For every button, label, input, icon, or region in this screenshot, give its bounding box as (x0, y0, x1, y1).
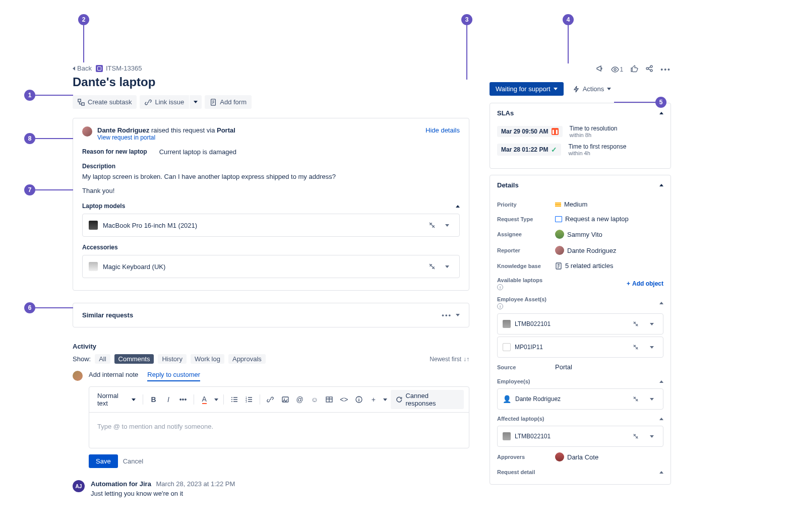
info-button[interactable] (352, 393, 365, 406)
callout-line-8 (35, 138, 73, 139)
affected-laptop-item[interactable]: LTMB022101 (497, 426, 663, 447)
asset-chevron[interactable] (646, 430, 658, 442)
tab-comments[interactable]: Comments (114, 354, 154, 364)
issue-key-link[interactable]: ITSM-13365 (96, 64, 142, 72)
accessory-card[interactable]: Magic Keyboard (UK) (82, 255, 460, 278)
unlink-icon[interactable] (630, 393, 642, 405)
request-detail-heading[interactable]: Request detail (497, 465, 663, 477)
description-thanks: Thank you! (82, 186, 460, 196)
affected-label: Affected laptop(s) (497, 416, 544, 422)
priority-label: Priority (497, 202, 555, 208)
unlink-icon[interactable] (630, 318, 642, 330)
reporter-value[interactable]: Dante Rodriguez (555, 246, 663, 255)
canned-responses-button[interactable]: Canned responses (391, 390, 464, 409)
cancel-button[interactable]: Cancel (123, 457, 143, 465)
plus-button[interactable]: + (367, 393, 380, 406)
available-laptops-label: Available laptops (497, 277, 542, 283)
link-issue-split: Link issue (140, 95, 202, 109)
info-icon[interactable]: i (497, 303, 503, 309)
italic-button[interactable]: I (162, 393, 174, 406)
asset-chevron[interactable] (441, 260, 453, 273)
code-button[interactable]: <> (338, 393, 350, 406)
reason-value: Current laptop is damaged (159, 148, 236, 156)
mention-button[interactable]: @ (293, 393, 306, 406)
svg-text:3: 3 (246, 400, 247, 403)
svg-point-17 (650, 70, 652, 72)
add-form-button[interactable]: Add form (205, 95, 252, 109)
unlink-icon[interactable] (630, 430, 642, 442)
hide-details-link[interactable]: Hide details (425, 126, 460, 134)
details-panel-head[interactable]: Details (490, 175, 671, 195)
approvers-value[interactable]: Darla Cote (555, 452, 663, 461)
request-type-value[interactable]: Request a new laptop (555, 215, 663, 223)
status-dropdown[interactable]: Waiting for support (490, 82, 564, 96)
issue-title[interactable]: Dante's laptop (73, 75, 469, 89)
kb-value[interactable]: 5 related articles (555, 262, 663, 270)
info-icon[interactable]: i (497, 284, 503, 290)
tab-approvals[interactable]: Approvals (228, 354, 266, 364)
back-button[interactable]: Back (73, 64, 92, 72)
unlink-icon[interactable] (426, 260, 438, 273)
chevron-up-icon[interactable] (659, 380, 663, 383)
text-color-button[interactable]: A (198, 393, 211, 406)
plus-chevron[interactable] (382, 393, 389, 406)
link-button[interactable] (264, 393, 277, 406)
color-chevron[interactable] (213, 393, 220, 406)
more-formatting-button[interactable]: ••• (176, 393, 189, 406)
employee-asset-item[interactable]: MP01IP11 (497, 337, 663, 358)
internal-note-tab[interactable]: Add internal note (89, 371, 138, 381)
similar-requests-panel[interactable]: Similar requests ••• (73, 303, 469, 327)
add-object-button[interactable]: + Add object (627, 280, 663, 287)
asset-chevron[interactable] (441, 219, 453, 231)
request-type-label: Request Type (497, 216, 555, 222)
link-issue-chevron[interactable] (190, 95, 202, 109)
reply-customer-tab[interactable]: Reply to customer (147, 371, 200, 381)
watch-button[interactable]: 1 (611, 65, 624, 74)
image-button[interactable] (279, 393, 291, 406)
save-button[interactable]: Save (89, 454, 118, 468)
unlink-icon[interactable] (426, 219, 438, 231)
more-actions-icon[interactable]: ••• (660, 65, 671, 74)
text-style-select[interactable]: Normal text (94, 390, 139, 409)
assignee-value[interactable]: Sammy Vito (555, 230, 663, 239)
actions-dropdown[interactable]: Actions (569, 82, 616, 96)
create-subtask-button[interactable]: Create subtask (73, 95, 137, 109)
unlink-icon[interactable] (630, 341, 642, 353)
tab-all[interactable]: All (95, 354, 110, 364)
chevron-up-icon[interactable] (659, 302, 663, 304)
emoji-button[interactable]: ☺ (308, 393, 321, 406)
numbered-list-button[interactable]: 123 (243, 393, 256, 406)
table-button[interactable] (323, 393, 336, 406)
vote-icon[interactable] (630, 64, 638, 74)
automation-avatar: AJ (73, 480, 85, 492)
link-issue-button[interactable]: Link issue (140, 95, 189, 109)
chevron-up-icon (659, 184, 663, 186)
sort-toggle[interactable]: Newest first ↓↑ (430, 356, 469, 363)
feedback-icon[interactable] (596, 64, 604, 74)
bold-button[interactable]: B (147, 393, 160, 406)
accessory-name: Magic Keyboard (UK) (103, 263, 421, 271)
laptop-models-heading[interactable]: Laptop models (82, 203, 460, 210)
priority-value[interactable]: Medium (555, 201, 663, 208)
sla-title: Time to first response (568, 143, 626, 150)
employee-asset-item[interactable]: LTMB022101 (497, 313, 663, 335)
tab-history[interactable]: History (158, 354, 186, 364)
employee-item[interactable]: 👤 Dante Rodriguez (497, 388, 663, 410)
view-in-portal-link[interactable]: View request in portal (97, 134, 420, 141)
editor-textarea[interactable]: Type @ to mention and notify someone. (89, 413, 469, 448)
share-icon[interactable] (645, 64, 653, 74)
callout-line-6 (35, 307, 73, 308)
tab-worklog[interactable]: Work log (191, 354, 224, 364)
asset-chevron[interactable] (646, 318, 658, 330)
asset-chevron[interactable] (646, 341, 658, 353)
svg-point-10 (284, 398, 285, 400)
asset-chevron[interactable] (646, 393, 658, 405)
sla-panel-head[interactable]: SLAs (490, 103, 671, 123)
more-icon[interactable]: ••• (442, 311, 452, 319)
chevron-up-icon[interactable] (659, 418, 663, 420)
bullet-list-button[interactable] (228, 393, 240, 406)
laptop-model-card[interactable]: MacBook Pro 16-inch M1 (2021) (82, 214, 460, 237)
chevron-down-icon[interactable] (456, 314, 460, 316)
accessories-heading[interactable]: Accessories (82, 244, 460, 251)
chevron-up-icon (659, 471, 663, 474)
